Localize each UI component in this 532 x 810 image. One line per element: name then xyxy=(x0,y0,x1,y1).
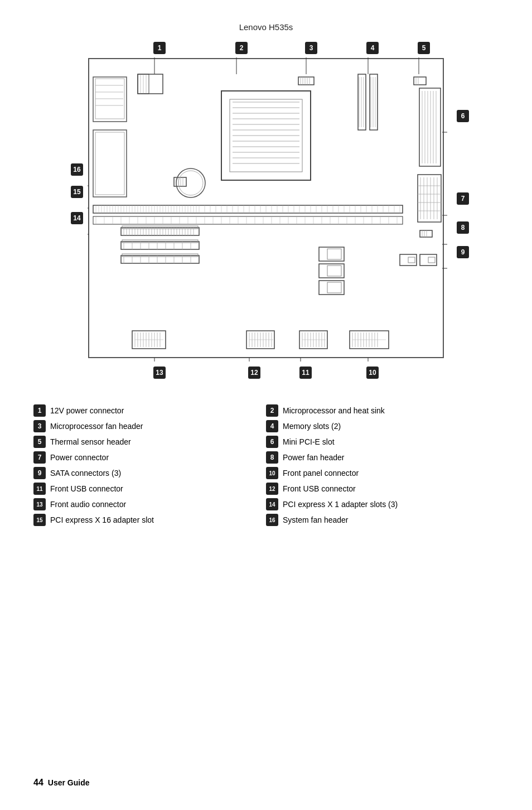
legend-text-5: Thermal sensor header xyxy=(50,436,131,448)
legend-col-right: 6 Mini PCI-E slot xyxy=(266,436,499,448)
legend-badge-14: 14 xyxy=(266,498,278,510)
legend-badge-8: 8 xyxy=(266,451,278,464)
legend-badge-6: 6 xyxy=(266,436,278,448)
legend-col-right: 14 PCI express X 1 adapter slots (3) xyxy=(266,498,499,510)
legend-badge-12: 12 xyxy=(266,483,278,495)
legend-col-right: 10 Front panel connector xyxy=(266,467,499,479)
legend-text-14: PCI express X 1 adapter slots (3) xyxy=(283,498,398,510)
legend-row-7: 13 Front audio connector 14 PCI express … xyxy=(33,498,499,510)
legend-badge-10: 10 xyxy=(266,467,278,479)
legend-badge-7: 7 xyxy=(33,451,46,464)
legend-row-5: 9 SATA connectors (3) 10 Front panel con… xyxy=(33,467,499,479)
legend-col-left: 15 PCI express X 16 adapter slot xyxy=(33,514,266,526)
footer-page-number: 44 xyxy=(33,778,43,788)
legend-col-left: 7 Power connector xyxy=(33,451,266,464)
badge-16: 16 xyxy=(71,163,83,176)
legend-col-right: 8 Power fan header xyxy=(266,451,499,464)
page-title: Lenovo H535s xyxy=(33,22,499,32)
badge-11: 11 xyxy=(299,367,312,379)
badge-15: 15 xyxy=(71,186,83,198)
legend-col-right: 2 Microprocessor and heat sink xyxy=(266,404,499,417)
legend-col-right: 12 Front USB connector xyxy=(266,483,499,495)
badge-5: 5 xyxy=(418,42,430,54)
footer: 44 User Guide xyxy=(33,778,90,788)
legend-col-left: 9 SATA connectors (3) xyxy=(33,467,266,479)
legend-text-1: 12V power connector xyxy=(50,404,124,417)
badge-14: 14 xyxy=(71,212,83,224)
badge-1: 1 xyxy=(153,42,166,54)
motherboard-diagram xyxy=(88,57,447,361)
legend-row-1: 1 12V power connector 2 Microprocessor a… xyxy=(33,404,499,417)
legend-text-12: Front USB connector xyxy=(283,483,356,495)
legend-col-right: 16 System fan header xyxy=(266,514,499,526)
badge-9: 9 xyxy=(457,246,469,258)
legend-row-8: 15 PCI express X 16 adapter slot 16 Syst… xyxy=(33,514,499,526)
legend-badge-3: 3 xyxy=(33,420,46,432)
legend-row-6: 11 Front USB connector 12 Front USB conn… xyxy=(33,483,499,495)
page: Lenovo H535s 1 2 3 4 5 6 7 8 9 16 15 14 … xyxy=(0,0,532,810)
badge-12: 12 xyxy=(248,367,260,379)
legend-row-2: 3 Microprocessor fan header 4 Memory slo… xyxy=(33,420,499,432)
legend-badge-16: 16 xyxy=(266,514,278,526)
legend-col-left: 11 Front USB connector xyxy=(33,483,266,495)
legend-text-16: System fan header xyxy=(283,514,349,526)
legend-badge-9: 9 xyxy=(33,467,46,479)
legend-text-9: SATA connectors (3) xyxy=(50,467,121,479)
legend-text-3: Microprocessor fan header xyxy=(50,420,143,432)
legend-row-3: 5 Thermal sensor header 6 Mini PCI-E slo… xyxy=(33,436,499,448)
badge-2: 2 xyxy=(235,42,248,54)
legend-badge-4: 4 xyxy=(266,420,278,432)
badge-4: 4 xyxy=(366,42,379,54)
legend-col-left: 1 12V power connector xyxy=(33,404,266,417)
legend-text-15: PCI express X 16 adapter slot xyxy=(50,514,154,526)
badge-7: 7 xyxy=(457,192,469,205)
legend-text-7: Power connector xyxy=(50,451,109,464)
legend-badge-5: 5 xyxy=(33,436,46,448)
legend-row-4: 7 Power connector 8 Power fan header xyxy=(33,451,499,464)
legend-badge-13: 13 xyxy=(33,498,46,510)
badge-8: 8 xyxy=(457,221,469,234)
badge-10: 10 xyxy=(366,367,379,379)
legend-badge-2: 2 xyxy=(266,404,278,417)
badge-3: 3 xyxy=(305,42,317,54)
badge-6: 6 xyxy=(457,110,469,122)
legend-col-left: 5 Thermal sensor header xyxy=(33,436,266,448)
footer-user-guide: User Guide xyxy=(48,778,90,787)
legend-text-13: Front audio connector xyxy=(50,498,126,510)
legend-col-right: 4 Memory slots (2) xyxy=(266,420,499,432)
legend-col-left: 13 Front audio connector xyxy=(33,498,266,510)
legend-col-left: 3 Microprocessor fan header xyxy=(33,420,266,432)
legend-text-11: Front USB connector xyxy=(50,483,123,495)
legend-badge-11: 11 xyxy=(33,483,46,495)
legend-text-10: Front panel connector xyxy=(283,467,359,479)
legend-text-6: Mini PCI-E slot xyxy=(283,436,335,448)
legend-text-4: Memory slots (2) xyxy=(283,420,341,432)
badge-13: 13 xyxy=(153,367,166,379)
legend-badge-15: 15 xyxy=(33,514,46,526)
legend-text-2: Microprocessor and heat sink xyxy=(283,404,385,417)
legend-badge-1: 1 xyxy=(33,404,46,417)
legend-section: 1 12V power connector 2 Microprocessor a… xyxy=(33,404,499,526)
legend-text-8: Power fan header xyxy=(283,451,345,464)
